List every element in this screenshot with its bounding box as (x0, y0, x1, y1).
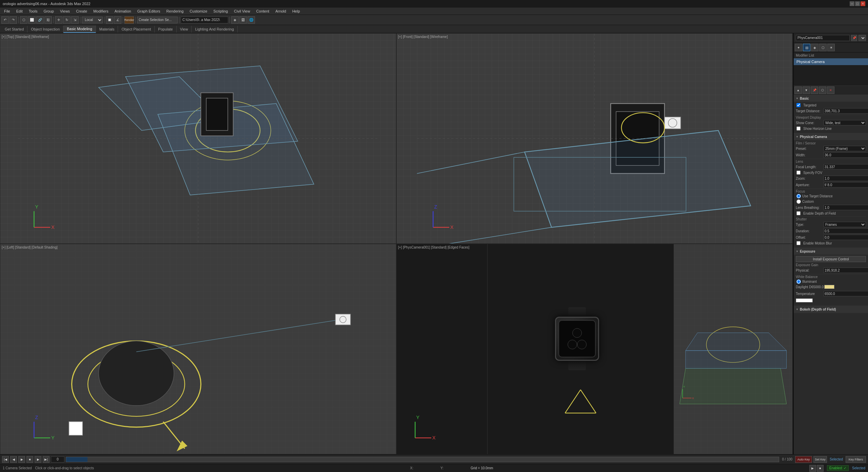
render-button[interactable]: Render (124, 16, 134, 24)
prev-frame-button[interactable]: ◀ (10, 456, 17, 463)
viewport-front[interactable]: [+] [Front] [Standard] [Wireframe] (396, 33, 793, 244)
go-to-end-button[interactable]: ▶| (43, 456, 50, 463)
move-down-modifier[interactable]: ▼ (803, 86, 810, 94)
enable-motion-blur-checkbox[interactable] (796, 241, 801, 245)
rollout-bokeh-header[interactable]: ▼ Bokeh (Depth of Field) (794, 306, 868, 313)
motion-panel-tab[interactable]: ⬡ (819, 44, 827, 51)
menu-civil-view[interactable]: Civil View (231, 8, 253, 14)
pin-stack[interactable]: 📌 (811, 86, 818, 94)
custom-focus-radio[interactable] (796, 199, 801, 204)
menu-group[interactable]: Group (41, 8, 57, 14)
menu-customize[interactable]: Customize (187, 8, 210, 14)
preset-select[interactable]: 25mm (Frame) (824, 146, 866, 151)
show-horizon-checkbox[interactable] (796, 126, 801, 131)
menu-tools[interactable]: Tools (26, 8, 40, 14)
object-name-input[interactable] (796, 35, 850, 41)
tab-get-started[interactable]: Get Started (1, 26, 27, 33)
use-target-distance-radio[interactable] (796, 194, 801, 198)
target-distance-input[interactable] (824, 108, 868, 114)
rotate-button[interactable]: ↻ (63, 16, 71, 24)
link-button[interactable]: 🔗 (36, 16, 44, 24)
scale-button[interactable]: ⇲ (71, 16, 79, 24)
remove-modifier[interactable]: ✕ (827, 86, 834, 94)
menu-edit[interactable]: Edit (14, 8, 25, 14)
tab-basic-modeling[interactable]: Basic Modeling (63, 25, 96, 33)
shutter-type-select[interactable]: Frames (824, 222, 866, 227)
display-panel-tab[interactable]: ☀ (827, 44, 835, 51)
menu-content[interactable]: Content (254, 8, 272, 14)
aperture-input[interactable] (824, 182, 868, 188)
menu-graph-editors[interactable]: Graph Editors (135, 8, 163, 14)
create-selection-dropdown[interactable]: Create Selection Se... (137, 17, 178, 23)
play-button[interactable]: ▶ (18, 456, 25, 463)
tab-object-inspection[interactable]: Object Inspection (27, 26, 63, 33)
focal-length-input[interactable] (824, 164, 868, 170)
modifier-dropdown[interactable] (859, 35, 866, 41)
specify-fov-checkbox[interactable] (796, 171, 801, 175)
show-cone-select[interactable]: Wide, test (824, 120, 866, 125)
move-button[interactable]: ✛ (55, 16, 62, 24)
physical-input[interactable] (824, 268, 868, 273)
status-play-button[interactable]: ▶ (809, 465, 816, 472)
menu-animation[interactable]: Animation (112, 8, 134, 14)
menu-arnold[interactable]: Arnold (273, 8, 289, 14)
rollout-basic-header[interactable]: ▼ Basic (794, 95, 868, 102)
material-editor-button[interactable]: ◈ (231, 16, 239, 24)
modifier-item-physical-camera[interactable]: Physical Camera (794, 58, 868, 65)
select-region-button[interactable]: ⬜ (28, 16, 36, 24)
menu-help[interactable]: Help (290, 8, 303, 14)
environment-button[interactable]: 🌐 (248, 16, 255, 24)
minimize-button[interactable]: ─ (850, 1, 854, 6)
tab-lighting-rendering[interactable]: Lighting And Rendering (192, 26, 237, 33)
window-controls[interactable]: ─ □ ✕ (850, 1, 865, 6)
reference-system-dropdown[interactable]: Local World Screen (82, 17, 103, 23)
hierarchy-panel-tab[interactable]: ◈ (811, 44, 818, 51)
viewport-left[interactable]: [+] [Left] [Standard] [Default Shading] (0, 244, 396, 454)
auto-key-button[interactable]: Auto Key (795, 456, 812, 463)
go-to-start-button[interactable]: |◀ (2, 456, 9, 463)
select-object-button[interactable]: ⬡ (20, 16, 27, 24)
angle-snap-button[interactable]: ∠ (114, 16, 121, 24)
rollout-physical-camera-header[interactable]: ▼ Physical Camera (794, 133, 868, 140)
tab-view[interactable]: View (177, 26, 192, 33)
width-input[interactable] (824, 152, 868, 158)
menu-modifiers[interactable]: Modifiers (91, 8, 111, 14)
duration-input[interactable] (824, 228, 868, 234)
viewport-camera[interactable]: [+] [PhysCamera001] [Standard] [Edged Fa… (396, 244, 793, 454)
stop-button[interactable]: ■ (26, 456, 33, 463)
tab-populate[interactable]: Populate (155, 26, 176, 33)
enable-dof-checkbox[interactable] (796, 211, 801, 215)
maximize-button[interactable]: □ (855, 1, 860, 6)
menu-file[interactable]: File (1, 8, 13, 14)
illuminant-radio[interactable] (796, 279, 801, 284)
modify-panel-tab[interactable]: ▤ (803, 44, 810, 51)
menu-views[interactable]: Views (57, 8, 73, 14)
unlink-button[interactable]: ⛓ (44, 16, 52, 24)
viewport-top[interactable]: [+] [Top] [Standard] [Wireframe] X (0, 33, 396, 244)
menu-rendering[interactable]: Rendering (164, 8, 186, 14)
key-filters-button[interactable]: Key Filters (846, 456, 866, 463)
redo-button[interactable]: ↷ (9, 16, 17, 24)
lens-breathing-input[interactable] (824, 205, 868, 210)
menu-scripting[interactable]: Scripting (211, 8, 231, 14)
targeted-checkbox[interactable] (796, 103, 801, 107)
render-setup-button[interactable]: 🖼 (239, 16, 247, 24)
move-up-modifier[interactable]: ▲ (794, 86, 802, 94)
create-panel-tab[interactable]: ✦ (795, 44, 802, 51)
pin-button[interactable]: 📌 (851, 35, 857, 41)
next-frame-button[interactable]: ▶ (35, 456, 41, 463)
tab-object-placement[interactable]: Object Placement (118, 26, 155, 33)
daylight-swatch[interactable] (824, 285, 834, 289)
status-stop-button[interactable]: ■ (817, 465, 824, 472)
menu-create[interactable]: Create (73, 8, 90, 14)
zoom-input[interactable] (824, 176, 868, 181)
white-swatch[interactable] (796, 298, 813, 302)
close-button[interactable]: ✕ (861, 1, 865, 6)
snap-toggle-button[interactable]: 🔲 (106, 16, 113, 24)
current-frame-input[interactable] (51, 456, 64, 463)
set-key-button[interactable]: Set Key (813, 456, 827, 463)
make-unique[interactable]: ⬡ (819, 86, 826, 94)
offset-input[interactable] (824, 235, 868, 240)
enabled-indicator[interactable]: Enabled: ✓ (827, 465, 849, 471)
undo-button[interactable]: ↶ (1, 16, 9, 24)
